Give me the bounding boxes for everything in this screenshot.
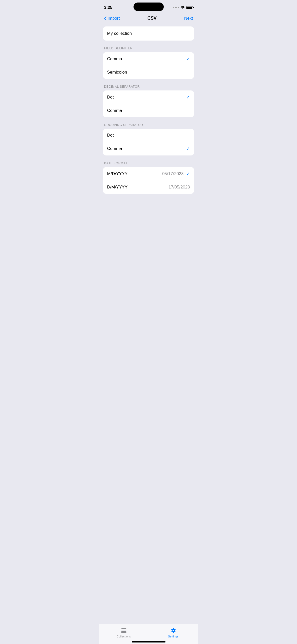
grouping-dot-label: Dot [107, 133, 114, 138]
field-delimiter-options: Comma ✓ Semicolon [103, 52, 194, 79]
nav-bar: Import CSV Next [99, 14, 198, 24]
date-format-label: DATE FORMAT [103, 162, 194, 165]
grouping-separator-section: GROUPING SEPARATOR Dot Comma ✓ [103, 123, 194, 155]
status-time: 3:25 [104, 5, 112, 10]
signal-icon [173, 7, 179, 8]
grouping-comma[interactable]: Comma ✓ [103, 142, 194, 155]
comma-label: Comma [107, 56, 122, 61]
comma-checkmark: ✓ [186, 56, 190, 62]
date-format-section: DATE FORMAT M/D/YYYY 05/17/2023 ✓ D/M/YY… [103, 162, 194, 194]
decimal-separator-section: DECIMAL SEPARATOR Dot ✓ Comma [103, 85, 194, 117]
date-mdy-value: 05/17/2023 [162, 171, 184, 176]
date-mdy[interactable]: M/D/YYYY 05/17/2023 ✓ [103, 167, 194, 181]
field-delimiter-semicolon[interactable]: Semicolon [103, 66, 194, 79]
collection-name-input[interactable] [107, 31, 190, 36]
collection-name-field[interactable] [103, 26, 194, 41]
wifi-icon [180, 6, 185, 9]
date-dmy[interactable]: D/M/YYYY 17/05/2023 [103, 181, 194, 194]
grouping-separator-label: GROUPING SEPARATOR [103, 123, 194, 127]
grouping-comma-checkmark: ✓ [186, 146, 190, 151]
date-mdy-checkmark: ✓ [186, 171, 190, 177]
page-title: CSV [147, 16, 156, 21]
dynamic-island [134, 3, 164, 11]
date-mdy-label: M/D/YYYY [107, 171, 127, 176]
date-mdy-right: 05/17/2023 ✓ [162, 171, 190, 177]
date-dmy-value: 17/05/2023 [169, 185, 190, 190]
decimal-comma[interactable]: Comma [103, 104, 194, 117]
status-icons [173, 6, 193, 9]
decimal-comma-label: Comma [107, 108, 122, 113]
semicolon-label: Semicolon [107, 70, 127, 75]
battery-icon [186, 6, 193, 9]
status-bar: 3:25 [99, 0, 198, 14]
back-label: Import [108, 16, 120, 21]
decimal-separator-options: Dot ✓ Comma [103, 90, 194, 117]
grouping-separator-options: Dot Comma ✓ [103, 129, 194, 155]
decimal-dot-label: Dot [107, 95, 114, 100]
next-button[interactable]: Next [184, 16, 193, 21]
grouping-comma-label: Comma [107, 146, 122, 151]
grouping-dot[interactable]: Dot [103, 129, 194, 142]
back-button[interactable]: Import [104, 16, 120, 21]
date-format-options: M/D/YYYY 05/17/2023 ✓ D/M/YYYY 17/05/202… [103, 167, 194, 194]
field-delimiter-label: FIELD DELIMITER [103, 47, 194, 50]
main-content: FIELD DELIMITER Comma ✓ Semicolon DECIMA… [99, 24, 198, 194]
date-dmy-label: D/M/YYYY [107, 185, 127, 190]
date-dmy-right: 17/05/2023 [169, 185, 190, 190]
field-delimiter-section: FIELD DELIMITER Comma ✓ Semicolon [103, 47, 194, 79]
chevron-left-icon [104, 16, 107, 20]
decimal-separator-label: DECIMAL SEPARATOR [103, 85, 194, 88]
field-delimiter-comma[interactable]: Comma ✓ [103, 52, 194, 66]
decimal-dot-checkmark: ✓ [186, 94, 190, 100]
decimal-dot[interactable]: Dot ✓ [103, 90, 194, 104]
